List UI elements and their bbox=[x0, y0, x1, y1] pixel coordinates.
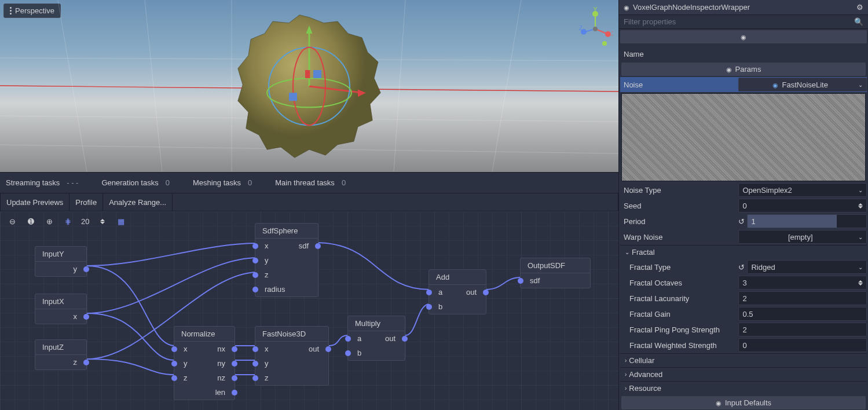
fractal-lacunarity-input[interactable]: 2 bbox=[738, 291, 867, 305]
port-in[interactable] bbox=[252, 258, 258, 263]
port-out[interactable] bbox=[232, 390, 237, 396]
svg-point-29 bbox=[593, 27, 598, 31]
status-bar: Streaming tasks- - - Generation tasks0 M… bbox=[0, 172, 618, 193]
noise-type-dropdown[interactable]: OpenSimplex2⌄ bbox=[738, 183, 867, 197]
svg-line-6 bbox=[492, 0, 521, 172]
port-in[interactable] bbox=[171, 346, 177, 352]
port-in[interactable] bbox=[171, 375, 177, 381]
svg-point-24 bbox=[605, 31, 611, 37]
params-header[interactable]: Params bbox=[621, 63, 866, 76]
zoom-out-icon[interactable]: ⊖ bbox=[7, 216, 17, 226]
node-normalize[interactable]: Normalize xnx yny znz len bbox=[174, 326, 235, 400]
node-outputsdf[interactable]: OutputSDF sdf bbox=[520, 258, 591, 288]
search-icon[interactable]: 🔍 bbox=[854, 17, 863, 26]
warp-noise-row[interactable]: Warp Noise [empty]⌄ bbox=[620, 229, 867, 244]
zoom-value: 20 bbox=[81, 217, 89, 226]
svg-line-3 bbox=[145, 0, 162, 172]
inspector-panel: VoxelGraphNodeInspectorWrapper ⚙ 🔍 Name … bbox=[618, 0, 868, 410]
fractal-pingpong-input[interactable]: 2 bbox=[738, 323, 867, 336]
port-in[interactable] bbox=[252, 287, 258, 292]
svg-rect-18 bbox=[289, 93, 297, 101]
node-graph[interactable]: ⊖ ➊ ⊕ ⋕ 20 ▦ bbox=[0, 211, 618, 410]
seed-row[interactable]: Seed 0 bbox=[620, 198, 867, 213]
port-in[interactable] bbox=[252, 375, 258, 381]
node-inputy[interactable]: InputY y bbox=[35, 246, 87, 277]
zoom-in-icon[interactable]: ⊕ bbox=[44, 216, 54, 226]
fractal-type-dropdown[interactable]: Ridged⌄ bbox=[747, 260, 867, 274]
fractal-weighted-row[interactable]: Fractal Weighted Strength 0 bbox=[620, 338, 867, 353]
cellular-category[interactable]: ›Cellular bbox=[620, 353, 867, 367]
svg-rect-19 bbox=[305, 70, 310, 78]
seed-input[interactable]: 0 bbox=[738, 199, 867, 213]
noise-type-row[interactable]: Noise Type OpenSimplex2⌄ bbox=[620, 182, 867, 197]
fractal-octaves-input[interactable]: 3 bbox=[738, 276, 867, 290]
svg-line-5 bbox=[394, 0, 405, 172]
port-out[interactable] bbox=[232, 361, 237, 367]
port-in[interactable] bbox=[426, 290, 432, 295]
node-fastnoise3d[interactable]: FastNoise3D xout y z bbox=[255, 326, 329, 386]
advanced-category[interactable]: ›Advanced bbox=[620, 367, 867, 381]
inspector-class-header[interactable] bbox=[620, 30, 867, 43]
port-in[interactable] bbox=[345, 336, 351, 342]
node-inputx[interactable]: InputX x bbox=[35, 294, 87, 324]
inspector-header: VoxelGraphNodeInspectorWrapper ⚙ bbox=[619, 0, 868, 15]
filter-row: 🔍 bbox=[619, 15, 868, 29]
name-row[interactable]: Name bbox=[620, 46, 867, 61]
port-in[interactable] bbox=[426, 304, 432, 310]
resource-category[interactable]: ›Resource bbox=[620, 381, 867, 395]
fractal-gain-input[interactable]: 0.5 bbox=[738, 307, 867, 321]
settings-icon[interactable]: ⚙ bbox=[856, 3, 863, 12]
port-in[interactable] bbox=[345, 350, 351, 356]
zoom-stepper[interactable] bbox=[97, 216, 108, 226]
snap-icon[interactable]: ⋕ bbox=[63, 216, 73, 226]
reset-icon[interactable]: ↺ bbox=[738, 263, 745, 272]
voxel-mesh[interactable] bbox=[228, 5, 390, 167]
fractal-weighted-input[interactable]: 0 bbox=[738, 338, 867, 352]
input-defaults-header[interactable]: Input Defaults bbox=[621, 396, 866, 409]
graph-controls: ⊖ ➊ ⊕ ⋕ 20 ▦ bbox=[7, 216, 126, 226]
node-add[interactable]: Add aout b bbox=[428, 269, 486, 314]
fractal-lacunarity-row[interactable]: Fractal Lacunarity 2 bbox=[620, 291, 867, 306]
fractal-type-row[interactable]: Fractal Type ↺ Ridged⌄ bbox=[620, 259, 867, 274]
port-out[interactable] bbox=[83, 360, 89, 365]
reset-icon[interactable]: ↺ bbox=[738, 217, 745, 226]
node-sdfsphere[interactable]: SdfSphere xsdf y z radius bbox=[255, 223, 318, 297]
object-icon cust></span><span data-bind= bbox=[741, 32, 746, 41]
port-in[interactable] bbox=[252, 361, 258, 367]
profile-button[interactable]: Profile bbox=[69, 193, 103, 211]
fractal-gain-row[interactable]: Fractal Gain 0.5 bbox=[620, 306, 867, 321]
period-row[interactable]: Period ↺ 1 bbox=[620, 214, 867, 229]
svg-point-22 bbox=[592, 11, 598, 17]
port-in[interactable] bbox=[252, 346, 258, 352]
port-in[interactable] bbox=[171, 361, 177, 367]
port-out[interactable] bbox=[232, 346, 237, 352]
warp-dropdown[interactable]: [empty]⌄ bbox=[738, 230, 867, 244]
noise-row[interactable]: Noise FastNoiseLite⌄ bbox=[620, 77, 867, 92]
fractal-pingpong-row[interactable]: Fractal Ping Pong Strength 2 bbox=[620, 322, 867, 337]
noise-preview[interactable] bbox=[621, 93, 866, 181]
port-in[interactable] bbox=[252, 272, 258, 278]
port-out[interactable] bbox=[232, 375, 237, 381]
port-out[interactable] bbox=[315, 243, 321, 249]
update-previews-button[interactable]: Update Previews bbox=[1, 193, 69, 211]
port-in[interactable] bbox=[518, 278, 523, 284]
analyze-range-button[interactable]: Analyze Range... bbox=[103, 193, 173, 211]
port-out[interactable] bbox=[83, 266, 89, 272]
viewport-3d[interactable]: Perspective bbox=[0, 0, 618, 172]
svg-text:Z: Z bbox=[579, 25, 583, 31]
node-multiply[interactable]: Multiply aout b bbox=[347, 316, 405, 361]
layout-icon[interactable]: ▦ bbox=[116, 216, 126, 226]
period-input[interactable]: 1 bbox=[747, 214, 867, 228]
zoom-reset-icon[interactable]: ➊ bbox=[25, 216, 36, 226]
filter-input[interactable] bbox=[624, 17, 854, 26]
port-out[interactable] bbox=[402, 336, 408, 342]
port-out[interactable] bbox=[325, 346, 331, 352]
port-in[interactable] bbox=[252, 243, 258, 249]
noise-dropdown[interactable]: FastNoiseLite⌄ bbox=[738, 78, 867, 91]
fractal-octaves-row[interactable]: Fractal Octaves 3 bbox=[620, 275, 867, 290]
port-out[interactable] bbox=[483, 290, 489, 295]
viewport-gizmo[interactable]: Y X Z bbox=[578, 6, 613, 46]
port-out[interactable] bbox=[83, 314, 89, 320]
fractal-category[interactable]: ⌄Fractal bbox=[620, 245, 867, 259]
node-inputz[interactable]: InputZ z bbox=[35, 339, 87, 370]
